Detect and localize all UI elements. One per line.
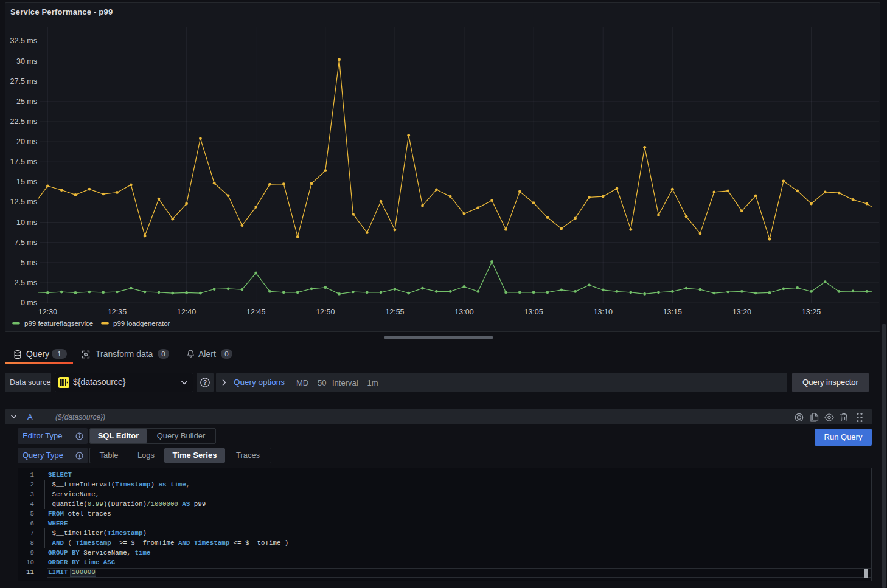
svg-text:13:10: 13:10 (594, 308, 613, 316)
svg-text:15 ms: 15 ms (16, 178, 37, 186)
svg-text:22.5 ms: 22.5 ms (10, 117, 37, 126)
svg-text:17.5 ms: 17.5 ms (10, 157, 37, 166)
svg-text:13:05: 13:05 (524, 308, 543, 316)
svg-text:2.5 ms: 2.5 ms (14, 278, 37, 287)
svg-text:p99 loadgenerator: p99 loadgenerator (113, 320, 170, 327)
svg-text:12:40: 12:40 (177, 308, 196, 316)
svg-text:25 ms: 25 ms (16, 97, 37, 106)
svg-text:30 ms: 30 ms (16, 57, 37, 66)
svg-text:13:25: 13:25 (802, 308, 821, 316)
svg-text:12:35: 12:35 (108, 308, 127, 316)
svg-text:12:50: 12:50 (316, 308, 335, 316)
svg-text:?: ? (203, 379, 207, 386)
svg-text:12.5 ms: 12.5 ms (10, 198, 37, 206)
svg-text:10 ms: 10 ms (16, 218, 37, 227)
svg-text:5 ms: 5 ms (21, 258, 37, 267)
svg-text:13:15: 13:15 (663, 308, 682, 316)
svg-text:12:30: 12:30 (38, 308, 57, 316)
svg-text:12:55: 12:55 (385, 308, 404, 316)
svg-text:20 ms: 20 ms (16, 137, 37, 146)
svg-text:12:45: 12:45 (246, 308, 265, 316)
svg-text:13:00: 13:00 (454, 308, 473, 316)
svg-text:7.5 ms: 7.5 ms (14, 238, 37, 247)
svg-text:32.5 ms: 32.5 ms (10, 36, 37, 45)
svg-text:0 ms: 0 ms (21, 299, 37, 307)
svg-text:p99 featureflagservice: p99 featureflagservice (24, 320, 93, 327)
svg-text:27.5 ms: 27.5 ms (10, 77, 37, 86)
svg-text:13:20: 13:20 (732, 308, 751, 316)
